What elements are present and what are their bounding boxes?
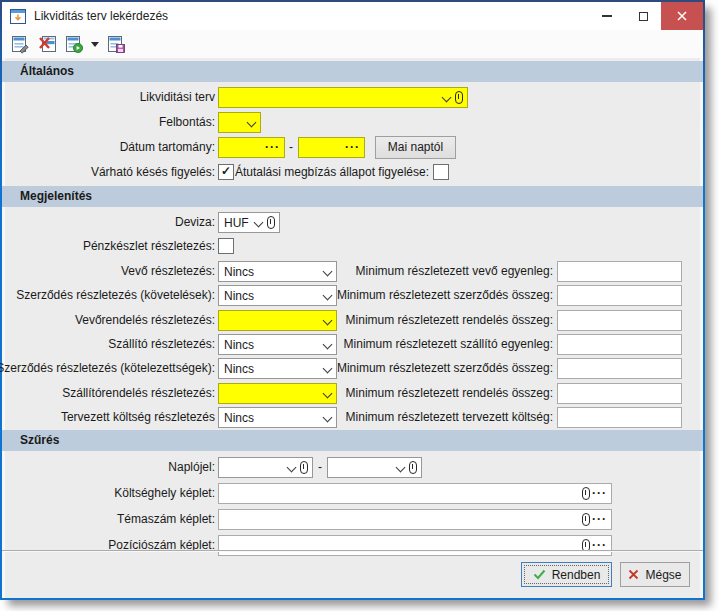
combo-value: Nincs	[224, 289, 320, 303]
chevron-down-icon[interactable]	[323, 389, 332, 398]
liquidity-plan-combo[interactable]	[218, 87, 468, 108]
late-watch-label: Várható késés figyelés:	[91, 163, 215, 182]
topic-number-formula-label: Témaszám képlet:	[117, 509, 215, 530]
close-icon	[677, 11, 687, 21]
min-planned-cost-label: Minimum részletezett tervezett költség:	[346, 407, 553, 428]
chevron-down-icon[interactable]	[323, 316, 332, 325]
contract-liabilities-combo[interactable]: Nincs	[218, 358, 337, 379]
chevron-down-icon[interactable]	[247, 118, 256, 127]
min-contract-amount2-label: Minimum részletezett szerződés összeg:	[337, 358, 553, 379]
footer-separator	[2, 550, 703, 552]
chevron-down-icon[interactable]	[323, 291, 332, 300]
supplier-order-detail-label: Szállítórendelés részletezés:	[62, 383, 215, 404]
customer-detail-combo[interactable]: Nincs	[218, 261, 337, 282]
section-header-filter: Szűrés	[2, 430, 703, 451]
min-supplier-balance-label: Minimum részletezett szállító egyenleg:	[344, 334, 553, 355]
save-form-button[interactable]	[105, 33, 127, 55]
chevron-down-icon[interactable]	[323, 364, 332, 373]
paperclip-icon[interactable]	[582, 513, 590, 526]
customer-order-detail-combo[interactable]	[218, 310, 337, 331]
contract-receivables-label: Szerződés részletezés (követelések):	[16, 285, 215, 306]
close-button[interactable]	[661, 2, 703, 30]
today-button[interactable]: Mai naptól	[375, 136, 456, 159]
form-with-red-x-icon	[38, 35, 57, 54]
contract-liabilities-label: Szerződés részletezés (kötelezettségek):	[0, 358, 215, 379]
date-to-field[interactable]: ···	[298, 137, 365, 158]
content-left-edge	[2, 58, 5, 598]
journal-to-combo[interactable]	[327, 457, 422, 478]
maximize-button[interactable]	[625, 2, 661, 30]
min-order-amount2-input[interactable]	[558, 384, 677, 403]
paperclip-icon[interactable]	[582, 487, 590, 500]
min-customer-balance-input[interactable]	[558, 262, 677, 281]
cash-detail-label: Pénzkészlet részletezés:	[83, 237, 215, 256]
min-order-amount-field[interactable]	[557, 310, 682, 331]
date-from-input[interactable]	[219, 138, 263, 157]
min-planned-cost-field[interactable]	[557, 407, 682, 428]
chevron-down-icon[interactable]	[323, 267, 332, 276]
position-number-formula-field[interactable]: ···	[218, 535, 612, 556]
edit-form-button[interactable]	[9, 33, 31, 55]
date-range-label: Dátum tartomány:	[120, 137, 215, 158]
cash-detail-checkbox[interactable]	[218, 238, 234, 254]
resolution-combo[interactable]	[218, 112, 261, 133]
chevron-down-icon[interactable]	[323, 340, 332, 349]
minimize-button[interactable]	[589, 2, 625, 30]
cost-center-formula-label: Költséghely képlet:	[114, 483, 215, 504]
cancel-button[interactable]: Mégse	[620, 562, 690, 587]
min-customer-balance-field[interactable]	[557, 261, 682, 282]
chevron-down-icon[interactable]	[287, 463, 296, 472]
min-contract-amount-field[interactable]	[557, 285, 682, 306]
topic-number-formula-field[interactable]: ···	[218, 509, 612, 530]
min-contract-amount2-input[interactable]	[558, 359, 677, 378]
paperclip-icon[interactable]	[409, 461, 417, 474]
min-planned-cost-input[interactable]	[558, 408, 677, 427]
min-supplier-balance-input[interactable]	[558, 335, 677, 354]
topic-number-formula-input[interactable]	[219, 510, 578, 529]
min-order-amount2-field[interactable]	[557, 383, 682, 404]
toolbar	[2, 30, 703, 58]
contract-receivables-combo[interactable]: Nincs	[218, 285, 337, 306]
dialog-surface: Likviditás terv lekérdezés	[2, 2, 703, 598]
date-from-field[interactable]: ···	[218, 137, 285, 158]
transfer-watch-checkbox[interactable]	[433, 164, 449, 180]
maximize-icon	[639, 12, 648, 21]
date-to-picker-icon[interactable]: ···	[343, 139, 360, 156]
min-order-amount-input[interactable]	[558, 311, 677, 330]
run-form-button[interactable]	[63, 33, 85, 55]
cost-center-formula-picker-icon[interactable]: ···	[590, 485, 607, 502]
date-from-picker-icon[interactable]: ···	[263, 139, 280, 156]
x-icon	[628, 569, 639, 580]
supplier-detail-label: Szállító részletezés:	[108, 334, 215, 355]
currency-combo[interactable]: HUF	[218, 212, 280, 233]
paperclip-icon[interactable]	[267, 216, 275, 229]
combo-value: Nincs	[224, 411, 320, 425]
paperclip-icon[interactable]	[300, 461, 308, 474]
position-number-formula-input[interactable]	[219, 536, 578, 555]
supplier-order-detail-combo[interactable]	[218, 383, 337, 404]
paperclip-icon[interactable]	[455, 91, 463, 104]
min-contract-amount-input[interactable]	[558, 286, 677, 305]
position-number-formula-label: Pozíciószám képlet:	[108, 535, 215, 556]
form-with-pencil-icon	[11, 35, 30, 54]
chevron-down-icon[interactable]	[323, 413, 332, 422]
date-to-input[interactable]	[299, 138, 343, 157]
titlebar: Likviditás terv lekérdezés	[2, 2, 703, 30]
supplier-detail-combo[interactable]: Nincs	[218, 334, 337, 355]
delete-form-button[interactable]	[36, 33, 58, 55]
topic-number-formula-picker-icon[interactable]: ···	[590, 511, 607, 528]
chevron-down-icon[interactable]	[442, 93, 451, 102]
combo-value: Nincs	[224, 338, 320, 352]
planned-cost-detail-combo[interactable]: Nincs	[218, 407, 337, 428]
chevron-down-icon[interactable]	[254, 218, 263, 227]
ok-button[interactable]: Rendben	[521, 562, 612, 587]
min-supplier-balance-field[interactable]	[557, 334, 682, 355]
chevron-down-icon[interactable]	[396, 463, 405, 472]
run-form-dropdown-arrow-icon[interactable]	[91, 42, 99, 47]
journal-from-combo[interactable]	[218, 457, 313, 478]
cost-center-formula-input[interactable]	[219, 484, 578, 503]
late-watch-checkbox[interactable]: ✓	[218, 164, 234, 180]
min-order-amount2-label: Minimum részletezett rendelés összeg:	[346, 383, 553, 404]
min-contract-amount2-field[interactable]	[557, 358, 682, 379]
cost-center-formula-field[interactable]: ···	[218, 483, 612, 504]
